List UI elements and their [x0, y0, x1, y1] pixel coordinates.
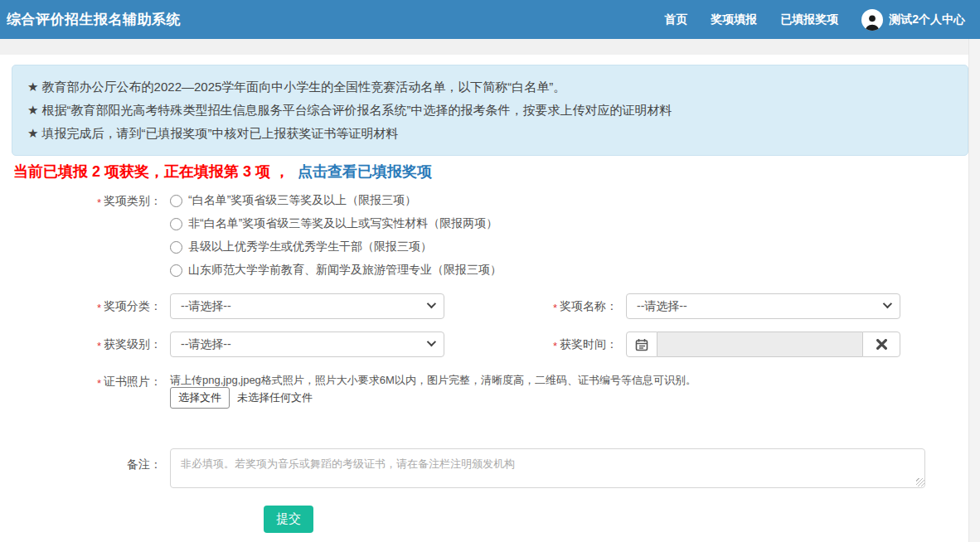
navbar-sub-band	[0, 39, 980, 55]
file-input-row: 选择文件 未选择任何文件	[170, 387, 313, 409]
remark-label: 备注：	[0, 457, 162, 472]
radio-label: 县级以上优秀学生或优秀学生干部（限报三项）	[188, 240, 432, 254]
navbar-right: 首页 奖项填报 已填报奖项 测试2个人中心	[664, 9, 965, 31]
choose-file-button[interactable]: 选择文件	[170, 387, 230, 409]
nav-item-award-fill[interactable]: 奖项填报	[711, 12, 757, 27]
award-level-time-row: *获奖级别： --请选择-- *获奖时间：	[0, 331, 968, 357]
radio-icon[interactable]	[170, 195, 182, 207]
radio-label: “白名单”奖项省级三等奖及以上（限报三项）	[188, 193, 416, 208]
submit-button[interactable]: 提交	[264, 506, 313, 533]
remark-row: 备注：	[0, 456, 968, 497]
radio-label: 山东师范大学学前教育、新闻学及旅游管理专业（限报三项）	[188, 263, 502, 278]
vertical-scrollbar[interactable]	[968, 39, 980, 542]
radio-label: 非“白名单”奖项省级三等奖及以上或写实性材料（限报两项）	[188, 216, 497, 231]
award-category-label: *奖项类别：	[0, 194, 162, 209]
page: 综合评价招生报名辅助系统 首页 奖项填报 已填报奖项 测试2个人中心 ★ 教育部…	[0, 0, 980, 542]
user-center-label[interactable]: 测试2个人中心	[889, 12, 965, 27]
view-filled-awards-link[interactable]: 点击查看已填报奖项	[298, 163, 432, 180]
required-marker: *	[97, 302, 101, 314]
required-marker: *	[553, 340, 557, 352]
fill-status-line: 当前已填报 2 项获奖，正在填报第 3 项 ，点击查看已填报奖项	[13, 162, 432, 181]
award-name-value: --请选择--	[637, 299, 687, 314]
notice-box: ★ 教育部办公厅公布的2022—2025学年面向中小学生的全国性竞赛活动名单，以…	[12, 65, 968, 156]
required-marker: *	[97, 377, 101, 390]
award-level-label-text: 获奖级别：	[104, 337, 162, 351]
award-class-label-text: 奖项分类：	[104, 299, 162, 312]
certificate-label-text: 证书照片：	[104, 375, 162, 388]
radio-option-sdnu-majors[interactable]: 山东师范大学学前教育、新闻学及旅游管理专业（限报三项）	[170, 261, 502, 279]
chevron-down-icon	[883, 298, 892, 307]
certificate-photo-row: *证书照片： 请上传png,jpg,jpeg格式照片，照片大小要求6M以内，图片…	[0, 373, 968, 413]
award-level-value: --请选择--	[181, 337, 231, 352]
award-level-label: *获奖级别：	[0, 337, 162, 352]
chevron-down-icon	[427, 298, 436, 307]
radio-option-excellent-student[interactable]: 县级以上优秀学生或优秀学生干部（限报三项）	[170, 238, 432, 256]
award-category-row: *奖项类别： “白名单”奖项省级三等奖及以上（限报三项） 非“白名单”奖项省级三…	[0, 189, 968, 288]
calendar-icon	[635, 338, 648, 351]
top-navbar: 综合评价招生报名辅助系统 首页 奖项填报 已填报奖项 测试2个人中心	[0, 0, 980, 39]
fill-status-text: 当前已填报 2 项获奖，正在填报第 3 项 ，	[13, 163, 289, 180]
nav-item-filled-awards[interactable]: 已填报奖项	[780, 12, 838, 27]
remark-textarea[interactable]	[170, 448, 925, 488]
required-marker: *	[97, 340, 101, 352]
user-menu[interactable]: 测试2个人中心	[861, 9, 965, 31]
radio-icon[interactable]	[170, 264, 182, 277]
award-class-label: *奖项分类：	[0, 299, 162, 314]
radio-icon[interactable]	[170, 241, 182, 254]
app-title: 综合评价招生报名辅助系统	[7, 10, 181, 29]
award-time-label: *获奖时间：	[456, 337, 618, 352]
award-category-label-text: 奖项类别：	[104, 194, 162, 207]
certificate-upload-hint: 请上传png,jpg,jpeg格式照片，照片大小要求6M以内，图片完整，清晰度高…	[170, 373, 696, 388]
award-time-label-text: 获奖时间：	[560, 337, 618, 351]
award-time-group	[626, 331, 900, 357]
award-name-label: *奖项名称：	[456, 299, 618, 314]
nav-item-home[interactable]: 首页	[664, 12, 687, 27]
award-time-input[interactable]	[657, 331, 862, 357]
calendar-button[interactable]	[626, 331, 657, 357]
notice-line-1: ★ 教育部办公厅公布的2022—2025学年面向中小学生的全国性竞赛活动名单，以…	[27, 75, 953, 99]
award-class-name-row: *奖项分类： --请选择-- *奖项名称： --请选择--	[0, 293, 968, 319]
radio-icon[interactable]	[170, 218, 182, 230]
no-file-chosen-text: 未选择任何文件	[237, 390, 313, 405]
notice-line-2: ★ 根据“教育部阳光高考特殊类型招生信息服务平台综合评价报名系统”中选择的报考条…	[27, 99, 953, 122]
notice-line-3: ★ 填报完成后，请到“已填报奖项”中核对已上报获奖证书等证明材料	[27, 122, 953, 145]
award-name-label-text: 奖项名称：	[560, 299, 618, 312]
textarea-resize-handle[interactable]	[916, 478, 924, 486]
close-icon	[876, 339, 887, 350]
required-marker: *	[97, 196, 101, 209]
radio-option-non-whitelist[interactable]: 非“白名单”奖项省级三等奖及以上或写实性材料（限报两项）	[170, 215, 497, 233]
award-level-select[interactable]: --请选择--	[170, 331, 444, 357]
user-avatar-icon	[861, 9, 883, 31]
radio-option-whitelist[interactable]: “白名单”奖项省级三等奖及以上（限报三项）	[170, 191, 416, 210]
award-class-value: --请选择--	[181, 299, 231, 314]
chevron-down-icon	[427, 336, 436, 346]
certificate-label: *证书照片：	[0, 375, 162, 390]
award-name-select[interactable]: --请选择--	[626, 293, 900, 319]
required-marker: *	[553, 302, 557, 314]
clear-date-button[interactable]	[862, 331, 900, 357]
award-class-select[interactable]: --请选择--	[170, 293, 444, 319]
